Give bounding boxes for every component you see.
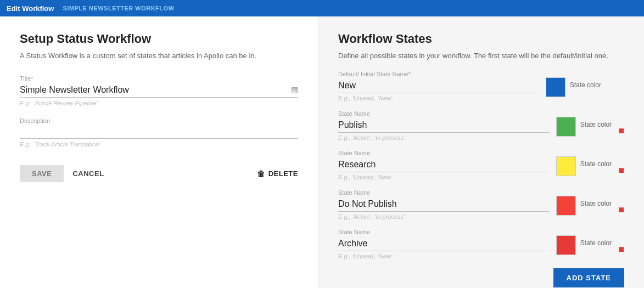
color-label-2: State color [580,160,612,168]
state-name-input-1[interactable] [338,118,550,133]
save-button[interactable]: SAVE [20,165,64,182]
color-group-3: State color [556,196,612,216]
delete-state-btn-2[interactable]: ■ [618,165,624,176]
state-label-4: State Name [338,229,550,235]
color-swatch-4[interactable] [556,235,576,255]
state-hint-1: E.g., 'Active', 'In process'. [338,134,550,141]
state-label-0: Default/ Initial State Name* [338,71,539,77]
left-panel-subtitle: A Status Workflow is a custom set of sta… [20,52,298,60]
state-row: State Name E.g., 'Active', 'In process'.… [338,110,624,141]
copy-icon[interactable]: ▦ [291,85,298,94]
delete-button[interactable]: 🗑 DELETE [257,170,298,178]
state-row: Default/ Initial State Name* E.g., 'Unre… [338,71,624,101]
state-name-input-4[interactable] [338,236,550,251]
title-form-group: Title* ▦ E.g., 'Article Review Pipeline' [20,75,298,106]
trash-icon: 🗑 [257,170,265,178]
state-input-group-1: State Name E.g., 'Active', 'In process'. [338,110,550,141]
title-label: Title* [20,75,298,82]
state-input-group-0: Default/ Initial State Name* E.g., 'Unre… [338,71,539,101]
color-group-4: State color [556,235,612,255]
state-hint-2: E.g., 'Unread', 'New'. [338,174,550,180]
color-group-1: State color [556,117,612,137]
color-label-4: State color [580,239,612,247]
color-group-0: State color [546,77,601,97]
title-input[interactable] [20,83,298,98]
color-swatch-2[interactable] [556,156,576,176]
color-swatch-1[interactable] [556,117,576,137]
title-hint: E.g., 'Article Review Pipeline' [20,100,298,106]
main-content: Setup Status Workflow A Status Workflow … [0,16,644,288]
description-hint: E.g., 'Track Article Translation' [20,141,298,148]
button-row: SAVE CANCEL 🗑 DELETE [20,165,298,182]
color-label-1: State color [580,121,612,128]
color-swatch-3[interactable] [556,196,576,216]
delete-state-btn-1[interactable]: ■ [618,125,624,137]
edit-workflow-label: Edit Workflow [7,4,54,13]
right-panel: Workflow States Define all possible stat… [318,16,644,288]
color-group-2: State color [556,156,612,176]
right-panel-subtitle: Define all possible states in your workf… [338,52,624,60]
state-name-input-3[interactable] [338,197,550,212]
description-form-group: Description E.g., 'Track Article Transla… [20,117,298,148]
left-panel-title: Setup Status Workflow [20,32,298,46]
state-label-3: State Name [338,189,550,196]
cancel-button[interactable]: CANCEL [72,170,104,178]
breadcrumb: SIMPLE NEWSLETTER WORKFLOW [63,5,174,12]
color-label-3: State color [580,200,612,207]
states-container: Default/ Initial State Name* E.g., 'Unre… [338,71,624,259]
state-row: State Name E.g., 'Unread', 'New'. State … [338,150,624,180]
delete-state-btn-4[interactable]: ■ [618,244,624,255]
left-panel: Setup Status Workflow A Status Workflow … [0,16,318,288]
state-row: State Name E.g., 'Unread', 'New'. State … [338,229,624,259]
description-input[interactable] [20,125,298,139]
state-input-group-2: State Name E.g., 'Unread', 'New'. [338,150,550,180]
delete-state-btn-3[interactable]: ■ [618,204,624,216]
state-label-1: State Name [338,110,550,117]
state-hint-4: E.g., 'Unread', 'New'. [338,253,550,259]
state-name-input-2[interactable] [338,157,550,172]
state-label-2: State Name [338,150,550,156]
right-panel-title: Workflow States [338,32,624,46]
delete-label: DELETE [268,170,298,178]
state-hint-0: E.g., 'Unread', 'New'. [338,95,539,101]
state-hint-3: E.g., 'Active', 'In process'. [338,213,550,220]
color-label-0: State color [570,81,601,89]
add-state-button[interactable]: ADD STATE [553,268,624,287]
top-bar: Edit Workflow SIMPLE NEWSLETTER WORKFLOW [0,0,644,16]
color-swatch-0[interactable] [546,77,565,97]
state-input-group-4: State Name E.g., 'Unread', 'New'. [338,229,550,259]
state-input-group-3: State Name E.g., 'Active', 'In process'. [338,189,550,220]
description-label: Description [20,117,298,124]
state-name-input-0[interactable] [338,78,539,93]
state-row: State Name E.g., 'Active', 'In process'.… [338,189,624,220]
